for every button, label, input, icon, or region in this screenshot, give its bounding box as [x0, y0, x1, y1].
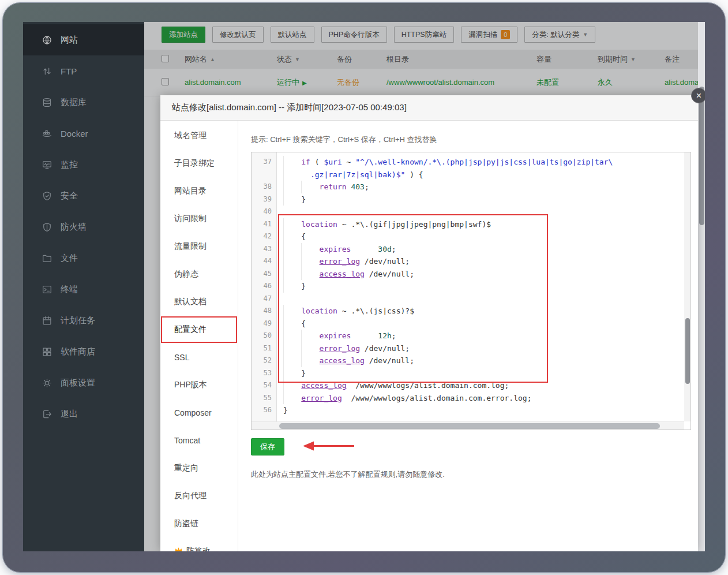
modal-tab[interactable]: 防篡改: [160, 537, 238, 551]
modal-tab[interactable]: SSL: [160, 343, 238, 371]
code-line: 47: [252, 293, 684, 305]
line-code: access_log /dev/null;: [277, 354, 414, 367]
line-number: 56: [252, 404, 277, 417]
line-number: 39: [252, 193, 277, 206]
code-line: 39 }: [252, 193, 684, 206]
modal-tab[interactable]: 域名管理: [160, 122, 238, 150]
modal-tab-label: PHP版本: [174, 380, 207, 390]
config-note: 此处为站点主配置文件,若您不了解配置规则,请勿随意修改.: [251, 469, 691, 480]
editor-vscroll-thumb[interactable]: [685, 318, 690, 384]
line-code: {: [277, 230, 306, 243]
modal-tab-label: 伪静态: [174, 269, 198, 279]
modal-header: 站点修改[alist.domain.com] -- 添加时间[2023-07-0…: [160, 95, 698, 121]
modal-tab[interactable]: 默认文档: [160, 288, 238, 316]
line-number: 42: [252, 230, 277, 243]
code-line: 48 location ~ .*\.(js|css)?$: [252, 305, 684, 318]
line-number: 43: [252, 243, 277, 256]
line-number: 41: [252, 218, 277, 231]
line-code: [277, 293, 288, 305]
modal-content: 提示: Ctrl+F 搜索关键字，Ctrl+S 保存，Ctrl+H 查找替换 3…: [239, 121, 698, 551]
code-line: 46 }: [252, 280, 684, 293]
line-number: 46: [252, 280, 277, 293]
line-number: 40: [252, 206, 277, 218]
line-number: 45: [252, 268, 277, 281]
line-number: 51: [252, 342, 277, 355]
line-code: location ~ .*\.(js|css)?$: [277, 305, 414, 318]
code-line: 40: [252, 206, 684, 218]
modal-tab-label: 配置文件: [174, 324, 207, 335]
editor-vertical-scrollbar[interactable]: [684, 152, 691, 421]
line-number: 55: [252, 392, 277, 405]
modal-tab-label: 反向代理: [174, 491, 207, 501]
modal-title: 站点修改[alist.domain.com] -- 添加时间[2023-07-0…: [172, 102, 407, 113]
code-line: 56}: [252, 404, 684, 417]
line-code: error_log /dev/null;: [277, 342, 410, 355]
code-line: .gz|rar|7z|sql|bak)$" ) {: [252, 169, 684, 181]
code-line: 54 access_log /www/wwwlogs/alist.domain.…: [252, 379, 684, 392]
editor-hscroll-thumb[interactable]: [279, 423, 660, 429]
line-number: 54: [252, 379, 277, 392]
modal-tab[interactable]: 网站目录: [160, 177, 238, 205]
modal-tab-label: 访问限制: [174, 214, 207, 224]
code-line: 42 {: [252, 230, 684, 243]
line-number: 38: [252, 181, 277, 193]
line-number: 47: [252, 293, 277, 305]
line-number: 50: [252, 330, 277, 342]
modal-nav: 域名管理子目录绑定网站目录访问限制流量限制伪静态默认文档配置文件SSLPHP版本…: [160, 121, 238, 551]
close-icon[interactable]: ×: [691, 88, 705, 103]
modal-tab[interactable]: Composer: [160, 399, 238, 427]
modal-tab-label: 流量限制: [174, 241, 207, 252]
line-code: }: [277, 367, 306, 380]
editor-tip: 提示: Ctrl+F 搜索关键字，Ctrl+S 保存，Ctrl+H 查找替换: [251, 135, 691, 145]
page-scrollbar-thumb[interactable]: [699, 87, 704, 225]
modal-tab[interactable]: 子目录绑定: [160, 150, 238, 177]
line-number: 37: [252, 156, 277, 169]
line-number: 53: [252, 367, 277, 380]
code-line: 53 }: [252, 367, 684, 380]
line-number: 49: [252, 318, 277, 330]
code-line: 51 error_log /dev/null;: [252, 342, 684, 355]
line-number: [252, 169, 277, 181]
line-code: access_log /dev/null;: [277, 268, 414, 281]
code-line: 52 access_log /dev/null;: [252, 354, 684, 367]
modal-tab-label: 防篡改: [186, 546, 211, 551]
line-code: }: [277, 404, 288, 417]
editor-lines: 37 if ( $uri ~ "^/\.well-known/.*\.(php|…: [252, 156, 684, 417]
line-code: expires 12h;: [277, 330, 396, 342]
code-line: 38 return 403;: [252, 181, 684, 193]
config-editor[interactable]: 37 if ( $uri ~ "^/\.well-known/.*\.(php|…: [251, 152, 691, 430]
code-line: 55 error_log /www/wwwlogs/alist.domain.c…: [252, 392, 684, 405]
line-code: error_log /dev/null;: [277, 255, 410, 268]
modal-tab[interactable]: PHP版本: [160, 371, 238, 399]
annotation-arrow-icon: [298, 439, 356, 454]
code-line: 44 error_log /dev/null;: [252, 255, 684, 268]
code-line: 43 expires 30d;: [252, 243, 684, 256]
app-window: 网站FTP数据库Docker监控安全防火墙文件终端计划任务软件商店面板设置退出 …: [23, 22, 705, 551]
modal-tab[interactable]: 配置文件: [160, 316, 238, 343]
line-code: }: [277, 193, 306, 206]
modal-tab-label: 子目录绑定: [174, 158, 215, 169]
modal-tab[interactable]: 防盗链: [160, 510, 238, 537]
modal-tab[interactable]: 反向代理: [160, 482, 238, 510]
line-number: 44: [252, 255, 277, 268]
modal-tab-label: 重定向: [174, 463, 198, 473]
code-line: 50 expires 12h;: [252, 330, 684, 342]
code-line: 45 access_log /dev/null;: [252, 268, 684, 281]
modal-tab[interactable]: 重定向: [160, 454, 238, 482]
code-line: 41 location ~ .*\.(gif|jpg|jpeg|png|bmp|…: [252, 218, 684, 231]
modal-tab[interactable]: 访问限制: [160, 205, 238, 233]
modal-tab-label: Composer: [174, 408, 212, 417]
modal-tab[interactable]: Tomcat: [160, 427, 238, 454]
modal-tab-label: SSL: [174, 353, 189, 362]
modal-tab-label: 域名管理: [174, 130, 207, 141]
code-line: 49 {: [252, 318, 684, 330]
save-row: 保存: [251, 438, 691, 455]
line-code: }: [277, 280, 306, 293]
save-button[interactable]: 保存: [251, 438, 284, 455]
editor-horizontal-scrollbar[interactable]: [252, 421, 684, 430]
modal-tab[interactable]: 伪静态: [160, 260, 238, 288]
modal-tab-label: 防盗链: [174, 518, 198, 529]
modal-tab[interactable]: 流量限制: [160, 233, 238, 260]
code-line: 37 if ( $uri ~ "^/\.well-known/.*\.(php|…: [252, 156, 684, 169]
line-code: if ( $uri ~ "^/\.well-known/.*\.(php|jsp…: [277, 156, 613, 169]
